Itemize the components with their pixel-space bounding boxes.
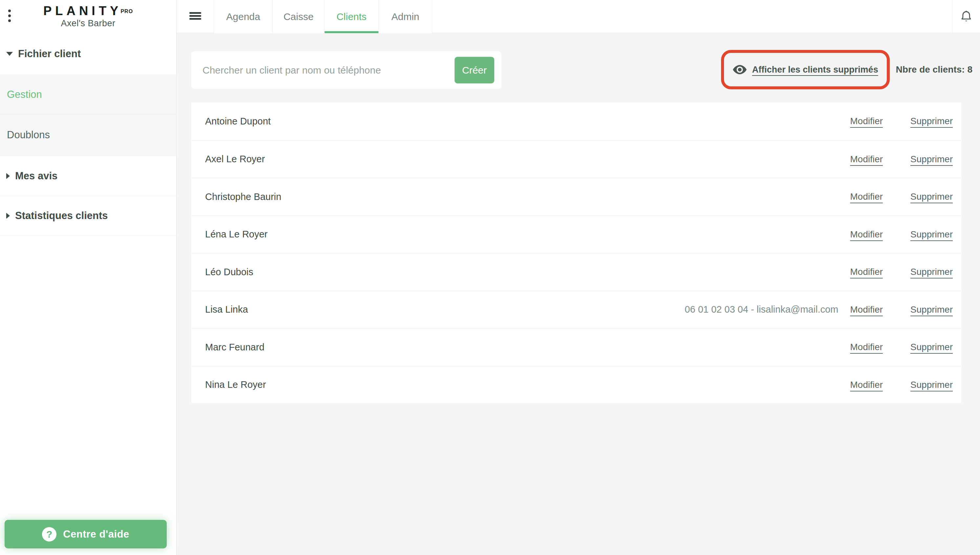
client-name: Léna Le Royer (205, 229, 850, 240)
logo: PLANITYPRO Axel's Barber (0, 4, 176, 29)
client-list: Antoine Dupont Modifier Supprimer Axel L… (191, 103, 961, 403)
caret-right-icon (6, 213, 10, 219)
help-center-label: Centre d'aide (63, 528, 129, 540)
modify-link[interactable]: Modifier (850, 154, 883, 165)
client-name: Nina Le Royer (205, 379, 850, 390)
tab-caisse[interactable]: Caisse (272, 0, 324, 33)
client-name: Marc Feunard (205, 342, 850, 353)
client-contact: 06 01 02 03 04 - lisalinka@mail.com (684, 304, 838, 315)
tab-clients[interactable]: Clients (324, 0, 379, 33)
modify-link[interactable]: Modifier (850, 116, 883, 127)
brand-pro-badge: PRO (120, 8, 133, 14)
tab-admin-label: Admin (391, 11, 419, 22)
sidebar-statistiques-label: Statistiques clients (15, 210, 108, 222)
notifications-zone (952, 0, 980, 33)
table-row: Marc Feunard Modifier Supprimer (191, 328, 961, 366)
main-content: Créer Afficher les clients supprimés Nbr… (177, 33, 980, 555)
question-mark-icon: ? (42, 527, 56, 542)
table-row: Antoine Dupont Modifier Supprimer (191, 103, 961, 140)
table-row: Christophe Baurin Modifier Supprimer (191, 178, 961, 215)
delete-link[interactable]: Supprimer (910, 380, 953, 390)
delete-link[interactable]: Supprimer (910, 154, 953, 165)
row-actions: Modifier Supprimer (850, 267, 953, 277)
hamburger-menu-icon[interactable] (189, 12, 201, 20)
search-input[interactable] (203, 65, 432, 76)
table-row: Nina Le Royer Modifier Supprimer (191, 366, 961, 404)
delete-link[interactable]: Supprimer (910, 305, 953, 315)
eye-icon (732, 65, 747, 75)
sidebar-gestion-label: Gestion (7, 89, 42, 101)
row-actions: Modifier Supprimer (850, 154, 953, 165)
help-center-button[interactable]: ? Centre d'aide (5, 520, 167, 549)
active-tab-indicator (325, 31, 379, 33)
modify-link[interactable]: Modifier (850, 267, 883, 277)
table-row: Lisa Linka 06 01 02 03 04 - lisalinka@ma… (191, 290, 961, 329)
delete-link[interactable]: Supprimer (910, 267, 953, 277)
delete-link[interactable]: Supprimer (910, 116, 953, 127)
tab-caisse-label: Caisse (283, 11, 314, 22)
client-name: Antoine Dupont (205, 116, 850, 127)
row-actions: Modifier Supprimer (850, 116, 953, 127)
create-client-button[interactable]: Créer (454, 57, 494, 83)
client-name: Christophe Baurin (205, 191, 850, 202)
modify-link[interactable]: Modifier (850, 229, 883, 240)
row-actions: Modifier Supprimer (850, 229, 953, 240)
sidebar-item-gestion[interactable]: Gestion (0, 75, 176, 114)
top-header: PLANITYPRO Axel's Barber Agenda Caisse C… (0, 0, 980, 33)
modify-link[interactable]: Modifier (850, 305, 883, 315)
sidebar-section-mes-avis[interactable]: Mes avis (0, 156, 176, 196)
modify-link[interactable]: Modifier (850, 380, 883, 390)
show-deleted-clients-link[interactable]: Afficher les clients supprimés (752, 65, 878, 75)
tab-clients-label: Clients (336, 11, 367, 22)
modify-link[interactable]: Modifier (850, 342, 883, 352)
client-count: Nbre de clients: 8 (896, 64, 972, 75)
bell-icon[interactable] (960, 10, 973, 24)
modify-link[interactable]: Modifier (850, 191, 883, 202)
table-row: Léo Dubois Modifier Supprimer (191, 253, 961, 290)
sidebar-item-doublons[interactable]: Doublons (0, 114, 176, 156)
tab-agenda[interactable]: Agenda (214, 0, 272, 33)
row-actions: Modifier Supprimer (850, 305, 953, 315)
main-nav-tabs: Agenda Caisse Clients Admin (214, 0, 432, 33)
delete-link[interactable]: Supprimer (910, 342, 953, 352)
brand-name: PLANITY (43, 4, 122, 18)
client-name: Axel Le Royer (205, 154, 850, 165)
sidebar-section-statistiques[interactable]: Statistiques clients (0, 196, 176, 236)
delete-link[interactable]: Supprimer (910, 191, 953, 202)
caret-down-icon (6, 52, 13, 56)
caret-right-icon (6, 173, 10, 179)
brand-zone: PLANITYPRO Axel's Barber (0, 0, 177, 33)
table-row: Axel Le Royer Modifier Supprimer (191, 140, 961, 178)
row-actions: Modifier Supprimer (850, 342, 953, 352)
sidebar-section-fichier-client[interactable]: Fichier client (0, 33, 176, 75)
delete-link[interactable]: Supprimer (910, 229, 953, 240)
sidebar: Fichier client Gestion Doublons Mes avis… (0, 33, 177, 555)
sidebar-fichier-client-label: Fichier client (18, 48, 81, 60)
row-actions: Modifier Supprimer (850, 380, 953, 390)
table-row: Léna Le Royer Modifier Supprimer (191, 215, 961, 253)
client-search-card: Créer (191, 51, 502, 89)
salon-name: Axel's Barber (0, 18, 176, 29)
row-actions: Modifier Supprimer (850, 191, 953, 202)
client-name: Léo Dubois (205, 267, 850, 278)
red-annotation-circle: Afficher les clients supprimés (721, 50, 890, 89)
sidebar-mes-avis-label: Mes avis (15, 170, 58, 182)
sidebar-doublons-label: Doublons (7, 129, 50, 141)
client-name: Lisa Linka (205, 304, 684, 315)
tab-agenda-label: Agenda (226, 11, 260, 22)
deleted-clients-zone: Afficher les clients supprimés Nbre de c… (721, 50, 972, 89)
tab-admin[interactable]: Admin (379, 0, 432, 33)
